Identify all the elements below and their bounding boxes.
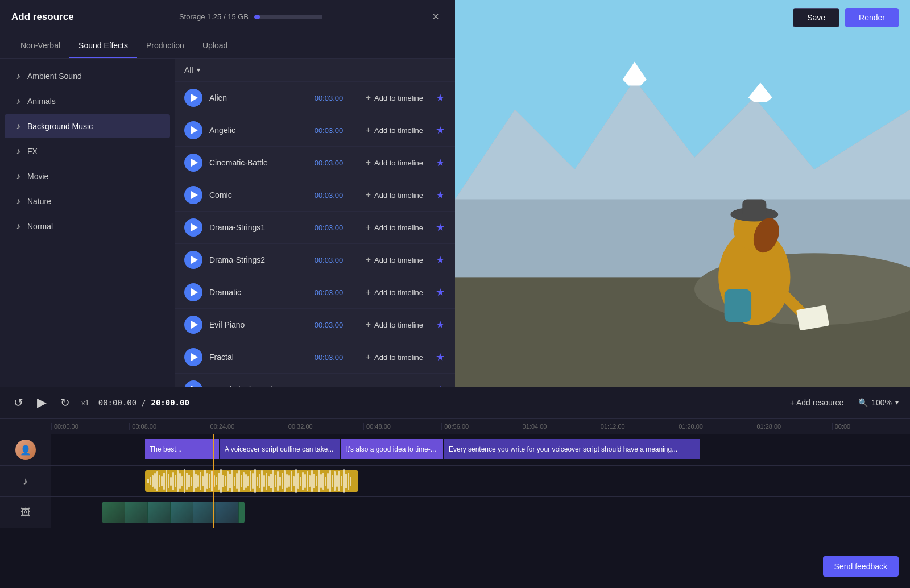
star-btn-evil-piano[interactable]: ★ bbox=[435, 317, 446, 332]
plus-icon: + bbox=[366, 352, 371, 362]
add-to-timeline-btn-drama-strings1[interactable]: + Add to timeline bbox=[361, 220, 428, 235]
tab-upload[interactable]: Upload bbox=[193, 34, 237, 58]
waveform-bar bbox=[272, 470, 274, 492]
play-btn-cinematic-battle[interactable] bbox=[184, 154, 202, 172]
send-feedback-button[interactable]: Send feedback bbox=[823, 556, 899, 577]
star-btn-dramatic[interactable]: ★ bbox=[435, 285, 446, 300]
sound-item-alien: Alien 00:03.00 + Add to timeline ★ bbox=[175, 82, 455, 114]
playhead[interactable] bbox=[213, 434, 214, 528]
sidebar-item-normal[interactable]: ♪ Normal bbox=[5, 214, 170, 238]
tab-non-verbal[interactable]: Non-Verbal bbox=[11, 34, 69, 58]
add-to-timeline-btn-fractal[interactable]: + Add to timeline bbox=[361, 350, 428, 365]
caption-clip-4[interactable]: Every sentence you write for your voiceo… bbox=[444, 439, 700, 459]
waveform-bar bbox=[350, 477, 351, 486]
save-button[interactable]: Save bbox=[793, 8, 839, 27]
waveform-bar bbox=[222, 475, 224, 487]
svg-rect-10 bbox=[742, 200, 766, 218]
add-to-timeline-btn-drama-strings2[interactable]: + Add to timeline bbox=[361, 252, 428, 267]
star-btn-comic[interactable]: ★ bbox=[435, 188, 446, 202]
sound-name-drama-strings1: Drama-Strings1 bbox=[209, 223, 308, 232]
play-btn-fractal[interactable] bbox=[184, 348, 202, 366]
play-btn-alien[interactable] bbox=[184, 89, 202, 107]
close-button[interactable]: × bbox=[428, 8, 444, 26]
plus-icon: + bbox=[366, 222, 371, 233]
waveform-bar bbox=[191, 477, 192, 486]
play-btn-comic[interactable] bbox=[184, 186, 202, 204]
ruler-marks: 00:00.0000:08.0000:24.0000:32.0000:48.00… bbox=[51, 423, 910, 430]
waveform-bar bbox=[216, 477, 217, 485]
sidebar: ♪ Ambient Sound ♪ Animals ♪ Background M… bbox=[0, 59, 175, 387]
sidebar-item-label: FX bbox=[27, 147, 38, 156]
play-button[interactable]: ▶ bbox=[35, 393, 49, 412]
star-btn-alien[interactable]: ★ bbox=[435, 90, 446, 105]
sidebar-item-animals[interactable]: ♪ Animals bbox=[5, 89, 170, 113]
waveform-bar bbox=[166, 470, 167, 492]
sound-name-dramatic: Dramatic bbox=[209, 288, 308, 297]
audio-waveform[interactable] bbox=[145, 470, 358, 492]
add-to-timeline-btn-grand-finale-orchestra[interactable]: + Add to timeline bbox=[361, 382, 428, 387]
waveform-bar bbox=[302, 472, 304, 490]
add-to-timeline-btn-alien[interactable]: + Add to timeline bbox=[361, 90, 428, 105]
add-resource-button[interactable]: + Add resource bbox=[784, 396, 850, 409]
caption-clip-3[interactable]: It's also a good idea to time-... bbox=[341, 439, 443, 459]
storage-info: Storage 1.25 / 15 GB bbox=[179, 13, 322, 21]
waveform-bar bbox=[313, 474, 315, 488]
filter-select[interactable]: All ▾ bbox=[184, 65, 200, 74]
add-to-timeline-btn-angelic[interactable]: + Add to timeline bbox=[361, 123, 428, 138]
add-to-timeline-btn-evil-piano[interactable]: + Add to timeline bbox=[361, 317, 428, 332]
add-to-timeline-btn-dramatic[interactable]: + Add to timeline bbox=[361, 285, 428, 300]
play-btn-grand-finale-orchestra[interactable] bbox=[184, 380, 202, 387]
ruler-mark: 01:20.00 bbox=[676, 423, 754, 430]
fast-forward-button[interactable]: ↻ bbox=[58, 394, 72, 412]
waveform-bar bbox=[282, 473, 283, 489]
music-icon: ♪ bbox=[16, 196, 20, 206]
play-btn-drama-strings2[interactable] bbox=[184, 251, 202, 269]
star-btn-drama-strings1[interactable]: ★ bbox=[435, 220, 446, 235]
waveform-bar bbox=[184, 469, 185, 493]
video-thumbs bbox=[102, 502, 239, 523]
rewind-button[interactable]: ↺ bbox=[11, 394, 26, 412]
ruler-mark: 00:48.00 bbox=[363, 423, 441, 430]
caption-clip-2[interactable]: A voiceover script outline can take... bbox=[220, 439, 340, 459]
render-button[interactable]: Render bbox=[845, 8, 899, 27]
plus-icon: + bbox=[366, 287, 371, 297]
add-to-timeline-btn-comic[interactable]: + Add to timeline bbox=[361, 188, 428, 202]
plus-icon: + bbox=[366, 190, 371, 200]
add-to-timeline-btn-cinematic-battle[interactable]: + Add to timeline bbox=[361, 155, 428, 170]
modal-panel: Add resource Storage 1.25 / 15 GB × Non-… bbox=[0, 0, 455, 387]
waveform-bar bbox=[170, 477, 172, 486]
star-btn-angelic[interactable]: ★ bbox=[435, 123, 446, 138]
sound-name-evil-piano: Evil Piano bbox=[209, 320, 308, 329]
waveform-bar bbox=[257, 477, 258, 486]
video-track[interactable] bbox=[102, 502, 245, 523]
tabs-bar: Non-Verbal Sound Effects Production Uplo… bbox=[0, 34, 455, 59]
play-btn-dramatic[interactable] bbox=[184, 283, 202, 301]
play-btn-drama-strings1[interactable] bbox=[184, 218, 202, 237]
sound-item-dramatic: Dramatic 00:03.00 + Add to timeline ★ bbox=[175, 276, 455, 309]
avatar: 👤 bbox=[15, 440, 36, 460]
play-btn-angelic[interactable] bbox=[184, 121, 202, 139]
star-btn-cinematic-battle[interactable]: ★ bbox=[435, 155, 446, 170]
waveform-bar bbox=[300, 477, 301, 486]
plus-icon: + bbox=[366, 125, 371, 135]
sidebar-item-fx[interactable]: ♪ FX bbox=[5, 139, 170, 163]
sound-duration-grand-finale-orchestra: 00:03.00 bbox=[315, 386, 354, 387]
sidebar-item-ambient-sound[interactable]: ♪ Ambient Sound bbox=[5, 64, 170, 88]
waveform-bar bbox=[245, 474, 247, 488]
video-thumb bbox=[171, 502, 193, 523]
sound-name-cinematic-battle: Cinematic-Battle bbox=[209, 158, 308, 167]
waveform-bar bbox=[195, 474, 197, 488]
tab-production[interactable]: Production bbox=[137, 34, 193, 58]
ruler-mark: 01:12.00 bbox=[598, 423, 676, 430]
waveform-bar bbox=[309, 475, 311, 487]
play-btn-evil-piano[interactable] bbox=[184, 316, 202, 334]
sidebar-item-nature[interactable]: ♪ Nature bbox=[5, 189, 170, 213]
star-btn-grand-finale-orchestra[interactable]: ★ bbox=[435, 382, 446, 387]
star-btn-fractal[interactable]: ★ bbox=[435, 350, 446, 365]
caption-clip-1[interactable]: The best... bbox=[145, 439, 219, 459]
sidebar-item-background-music[interactable]: ♪ Background Music bbox=[5, 114, 170, 138]
star-btn-drama-strings2[interactable]: ★ bbox=[435, 252, 446, 267]
waveform-bar bbox=[163, 473, 165, 490]
tab-sound-effects[interactable]: Sound Effects bbox=[69, 34, 137, 58]
sidebar-item-movie[interactable]: ♪ Movie bbox=[5, 164, 170, 188]
